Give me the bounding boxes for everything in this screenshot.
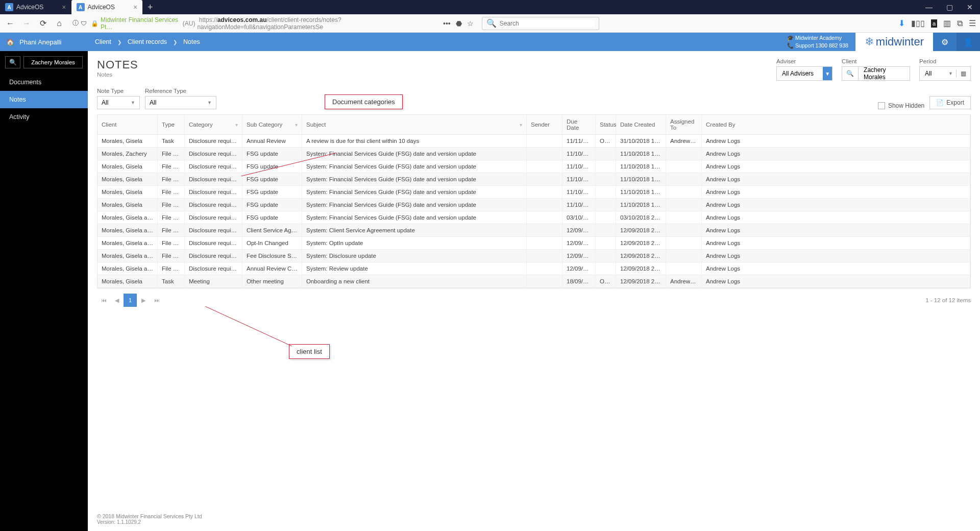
sidebar-search-button[interactable]: 🔍	[5, 56, 20, 68]
sidebar-item-activity[interactable]: Activity	[0, 108, 88, 126]
col-header-created[interactable]: Date Created	[616, 115, 666, 134]
maximize-icon[interactable]: ▢	[939, 3, 960, 11]
col-header-subcategory[interactable]: Sub Category▾	[242, 115, 302, 134]
cell	[596, 250, 616, 262]
search-box[interactable]: 🔍	[482, 17, 599, 30]
col-header-status[interactable]: Status	[596, 115, 616, 134]
page-first-button[interactable]: ⏮	[97, 294, 110, 307]
profile-button[interactable]: 👤	[957, 33, 980, 51]
table-row[interactable]: Morales, Gisela and Z…File noteDisclosur…	[97, 250, 970, 262]
address-bar[interactable]: ⓘ 🛡 🔒 Midwinter Financial Services Pt… (…	[69, 17, 437, 30]
period-select[interactable]: All ▼ ▦	[919, 66, 971, 81]
new-tab-button[interactable]: +	[142, 2, 158, 13]
cell: Opt-In Changed	[242, 237, 302, 249]
table-row[interactable]: Morales, GiselaFile noteDisclosure requi…	[97, 199, 970, 211]
cell	[527, 173, 562, 185]
table-row[interactable]: Morales, ZacheryFile noteDisclosure requ…	[97, 148, 970, 160]
cell: Disclosure requirement	[185, 199, 242, 211]
cell: File note	[158, 173, 185, 185]
show-hidden-toggle[interactable]: Show Hidden	[878, 102, 924, 109]
filter-icon[interactable]: ▾	[295, 122, 298, 128]
page-next-button[interactable]: ▶	[137, 294, 150, 307]
cell: Andrew Logs	[702, 211, 970, 224]
breadcrumb: Client ❯ Client records ❯ Notes	[88, 33, 207, 51]
more-icon[interactable]: •••	[443, 19, 451, 28]
minimize-icon[interactable]: —	[919, 3, 939, 11]
page-number-current[interactable]: 1	[124, 294, 137, 307]
cell: System: Financial Services Guide (FSG) d…	[302, 173, 527, 185]
cell: Morales, Gisela and Z…	[97, 211, 158, 224]
checkbox-icon[interactable]	[878, 102, 885, 109]
forward-button[interactable]: →	[20, 19, 33, 28]
table-row[interactable]: Morales, Gisela and Z…File noteDisclosur…	[97, 262, 970, 275]
cell: Open	[596, 135, 616, 147]
table-row[interactable]: Morales, Gisela and Z…File noteDisclosur…	[97, 224, 970, 237]
cell	[666, 250, 702, 262]
menu-icon[interactable]: ☰	[969, 18, 976, 28]
col-header-subject[interactable]: Subject▾	[302, 115, 527, 134]
table-row[interactable]: Morales, Gisela and Z…File noteDisclosur…	[97, 237, 970, 250]
close-icon[interactable]: ×	[62, 3, 66, 11]
calendar-icon[interactable]: ▦	[956, 70, 970, 77]
support-info: 🎓 Midwinter Academy 📞 Support 1300 882 9…	[787, 34, 855, 49]
cell: Annual Review Changed	[242, 262, 302, 275]
reload-button[interactable]: ⟳	[37, 18, 49, 28]
cell: 12/09/2018	[562, 262, 596, 275]
back-button[interactable]: ←	[4, 19, 16, 28]
ext-icon[interactable]: a	[931, 19, 937, 28]
col-header-assigned[interactable]: Assigned To	[666, 115, 702, 134]
ext-icon[interactable]: ⧉	[957, 19, 963, 28]
crumb[interactable]: Client records	[128, 38, 167, 45]
pocket-icon[interactable]: ⬣	[456, 19, 462, 28]
sidebar-item-documents[interactable]: Documents	[0, 74, 88, 91]
cell: Morales, Gisela	[97, 135, 158, 147]
table-row[interactable]: Morales, GiselaTaskDisclosure requiremen…	[97, 135, 970, 148]
close-window-icon[interactable]: ✕	[960, 3, 980, 11]
cell: File note	[158, 160, 185, 173]
col-header-client[interactable]: Client	[97, 115, 158, 134]
site-identity: Midwinter Financial Services Pt…	[101, 16, 181, 31]
cell: Morales, Gisela	[97, 160, 158, 173]
col-header-createdby[interactable]: Created By	[702, 115, 970, 134]
col-header-category[interactable]: Category▾	[185, 115, 242, 134]
library-icon[interactable]: ▮▯▯	[911, 18, 925, 28]
col-header-type[interactable]: Type	[158, 115, 185, 134]
ext-icon[interactable]: ▥	[943, 18, 951, 28]
table-row[interactable]: Morales, GiselaFile noteDisclosure requi…	[97, 173, 970, 186]
note-type-select[interactable]: All ▼	[97, 96, 140, 109]
chevron-down-icon: ▼	[945, 71, 956, 76]
table-row[interactable]: Morales, GiselaTaskMeetingOther meetingO…	[97, 275, 970, 288]
cell: 12/09/2018 22:38	[616, 262, 666, 275]
search-input[interactable]	[500, 20, 595, 27]
cell	[596, 160, 616, 173]
browser-tab[interactable]: A AdviceOS ×	[0, 0, 71, 14]
table-row[interactable]: Morales, GiselaFile noteDisclosure requi…	[97, 186, 970, 199]
user-block[interactable]: 🏠 Phani Anepalli	[0, 33, 88, 51]
export-button[interactable]: 📄 Export	[929, 96, 971, 109]
cell	[666, 160, 702, 173]
table-row[interactable]: Morales, GiselaFile noteDisclosure requi…	[97, 160, 970, 173]
filter-icon[interactable]: ▾	[520, 122, 522, 128]
sidebar-item-notes[interactable]: Notes	[0, 91, 88, 108]
adviser-select[interactable]: All Advisers ▼	[776, 66, 832, 81]
browser-tab-active[interactable]: A AdviceOS ×	[71, 0, 143, 14]
cell: 11/10/2018	[562, 186, 596, 198]
bookmark-icon[interactable]: ☆	[467, 19, 474, 28]
col-header-sender[interactable]: Sender	[527, 115, 562, 134]
ref-type-select[interactable]: All ▼	[145, 96, 216, 109]
ref-type-label: Reference Type	[145, 88, 216, 94]
sidebar-client-selector[interactable]: Zachery Morales	[23, 56, 83, 68]
page-prev-button[interactable]: ◀	[110, 294, 124, 307]
table-row[interactable]: Morales, Gisela and Z…File noteDisclosur…	[97, 211, 970, 224]
crumb[interactable]: Client	[95, 38, 111, 45]
settings-button[interactable]: ⚙	[933, 33, 957, 51]
close-icon[interactable]: ×	[133, 3, 137, 11]
col-header-due[interactable]: Due Date	[562, 115, 596, 134]
cell: Annual Review	[242, 135, 302, 147]
page-last-button[interactable]: ⏭	[150, 294, 163, 307]
home-button[interactable]: ⌂	[53, 19, 65, 28]
filter-icon[interactable]: ▾	[235, 122, 238, 128]
downloads-icon[interactable]: ⬇	[898, 18, 905, 28]
client-select[interactable]: 🔍 Zachery Morales	[842, 66, 910, 81]
info-icon[interactable]: ⓘ	[72, 19, 79, 28]
